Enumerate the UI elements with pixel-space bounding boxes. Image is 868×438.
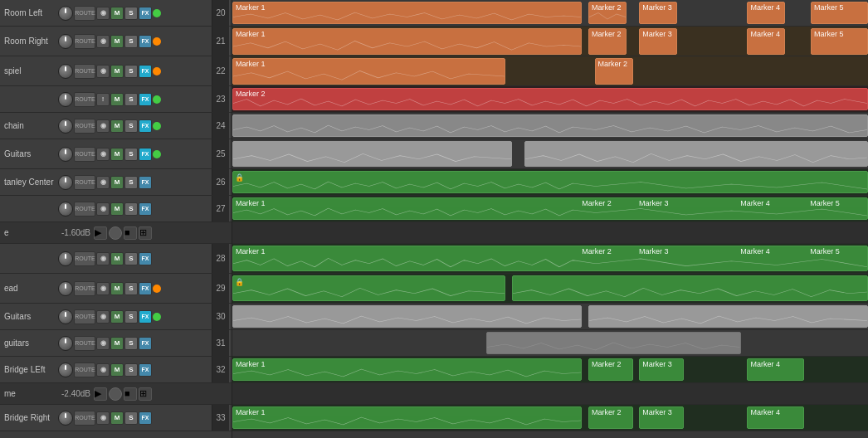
clip[interactable]: Marker 5 [811,2,868,24]
phase-button[interactable]: ◉ [96,282,110,295]
phase-button[interactable]: ◉ [96,65,110,78]
fx-button[interactable]: FX [139,148,152,161]
meter-icon[interactable]: ▶ [94,226,107,240]
solo-button[interactable]: S [124,93,138,106]
fx-button[interactable]: FX [139,252,152,265]
clip[interactable]: Marker 1Marker 2Marker 3Marker 4Marker 5 [232,197,868,220]
route-button[interactable]: ROUTE [74,92,95,107]
meter-icon4[interactable]: ⊞ [139,226,152,240]
fx-button[interactable]: FX [139,363,152,377]
meter-icon2[interactable] [109,387,122,401]
volume-knob[interactable] [58,363,73,377]
volume-knob[interactable] [58,92,73,107]
solo-button[interactable]: S [124,337,138,350]
phase-button[interactable]: ◉ [96,148,110,161]
fx-button[interactable]: FX [139,202,152,216]
route-button[interactable]: ROUTE [74,309,95,324]
mute-button[interactable]: M [110,310,124,324]
mute-button[interactable]: M [110,65,124,78]
clip[interactable]: 🔒 [232,275,505,301]
solo-button[interactable]: S [124,363,138,377]
clip[interactable]: Marker 3 [639,406,684,429]
fx-button[interactable]: FX [139,119,152,133]
route-button[interactable]: ROUTE [74,281,95,296]
fx-button[interactable]: FX [139,35,152,48]
phase-button[interactable]: ◉ [96,119,110,133]
route-button[interactable]: ROUTE [74,6,95,21]
mute-button[interactable]: M [110,252,124,265]
fx-button[interactable]: FX [139,337,152,350]
clip[interactable]: Marker 4 [747,2,785,24]
volume-knob[interactable] [58,411,73,426]
volume-knob[interactable] [58,64,73,79]
fx-button[interactable]: FX [139,282,152,295]
phase-button[interactable]: ◉ [96,7,110,20]
solo-button[interactable]: S [124,148,138,161]
fx-button[interactable]: FX [139,93,152,106]
phase-button[interactable]: ◉ [96,252,110,265]
volume-knob[interactable] [58,202,73,217]
volume-knob[interactable] [58,251,73,266]
volume-knob[interactable] [58,175,73,190]
fx-button[interactable]: FX [139,65,152,78]
clip[interactable]: Marker 4 [747,358,804,381]
solo-button[interactable]: S [124,65,138,78]
volume-knob[interactable] [58,336,73,351]
meter-icon3[interactable]: ■ [124,226,137,240]
mute-button[interactable]: M [110,93,124,106]
clip[interactable] [232,141,512,167]
route-button[interactable]: ROUTE [74,363,95,377]
phase-button[interactable]: ◉ [96,337,110,350]
clip[interactable]: Marker 5 [811,28,868,55]
clip[interactable]: Marker 2 [588,28,627,55]
clip[interactable]: Marker 2 [588,358,633,381]
clip[interactable]: Marker 1Marker 2Marker 3Marker 4Marker 5 [232,246,868,271]
phase-button[interactable]: ◉ [96,363,110,377]
route-button[interactable]: ROUTE [74,34,95,49]
clip[interactable]: Marker 2 [588,2,627,24]
fx-button[interactable]: FX [139,7,152,20]
mute-button[interactable]: M [110,282,124,295]
clip[interactable]: Marker 3 [639,28,677,55]
route-button[interactable]: ROUTE [74,336,95,351]
solo-button[interactable]: S [124,282,138,295]
phase-button[interactable]: ◉ [96,35,110,48]
route-button[interactable]: ROUTE [74,119,95,134]
route-button[interactable]: ROUTE [74,175,95,190]
clip[interactable]: Marker 1 [232,2,582,24]
clip[interactable] [512,275,868,301]
solo-button[interactable]: S [124,252,138,265]
solo-button[interactable]: S [124,7,138,20]
clip[interactable]: Marker 2 [588,406,633,429]
meter-icon2[interactable] [109,226,122,240]
solo-button[interactable]: S [124,35,138,48]
meter-icon3[interactable]: ■ [124,387,137,401]
mute-button[interactable]: M [110,411,124,425]
clip[interactable]: Marker 4 [747,406,804,429]
clip[interactable]: 🔒 [232,171,868,193]
volume-knob[interactable] [58,119,73,134]
solo-button[interactable]: S [124,176,138,189]
route-button[interactable]: ROUTE [74,202,95,217]
fx-button[interactable]: FX [139,176,152,189]
clip[interactable] [588,305,868,328]
mute-button[interactable]: M [110,202,124,216]
fx-button[interactable]: FX [139,310,152,324]
mute-button[interactable]: M [110,148,124,161]
phase-button[interactable]: ◉ [96,202,110,216]
clip[interactable] [486,332,740,354]
route-button[interactable]: ROUTE [74,147,95,162]
mute-button[interactable]: M [110,119,124,133]
volume-knob[interactable] [58,147,73,162]
route-button[interactable]: ROUTE [74,251,95,266]
clip[interactable]: Marker 3 [639,2,677,24]
meter-icon4[interactable]: ⊞ [139,387,152,401]
phase-button[interactable]: ! [96,93,110,106]
clip[interactable]: Marker 3 [639,358,684,381]
route-button[interactable]: ROUTE [74,64,95,79]
mute-button[interactable]: M [110,7,124,20]
solo-button[interactable]: S [124,310,138,324]
volume-knob[interactable] [58,34,73,49]
solo-button[interactable]: S [124,411,138,425]
solo-button[interactable]: S [124,119,138,133]
